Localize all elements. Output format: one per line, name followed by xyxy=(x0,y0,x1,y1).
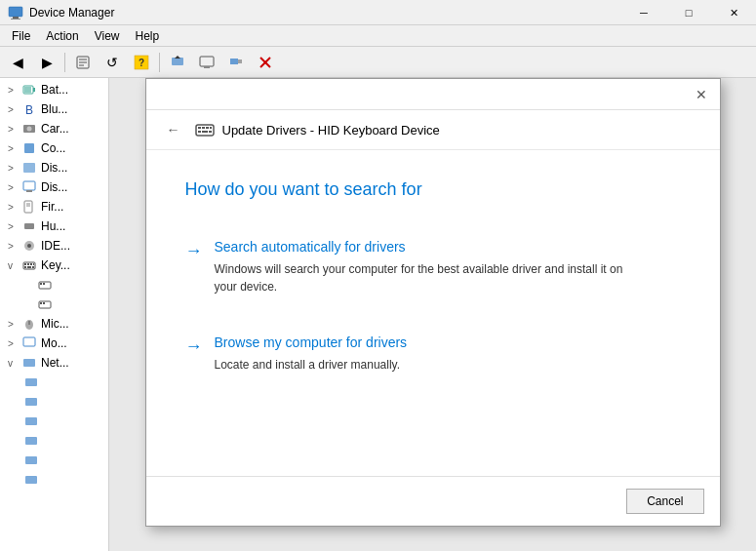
tree-item-network-sub4[interactable] xyxy=(0,431,108,451)
menu-view[interactable]: View xyxy=(87,27,128,45)
modal-close-button[interactable]: ✕ xyxy=(691,84,712,105)
svg-marker-10 xyxy=(175,56,180,59)
update-driver-button[interactable] xyxy=(164,50,191,75)
svg-point-33 xyxy=(27,244,31,248)
svg-rect-64 xyxy=(202,131,208,133)
tree-item-disk[interactable]: > Dis... xyxy=(0,158,108,177)
refresh-button[interactable]: ↺ xyxy=(99,50,126,75)
keyboard-icon xyxy=(21,257,37,273)
svg-rect-52 xyxy=(25,378,37,386)
svg-rect-40 xyxy=(27,266,31,268)
browse-computer-option[interactable]: → Browse my computer for drivers Locate … xyxy=(185,335,681,374)
expand-icon: v xyxy=(8,358,20,369)
arrow-icon-2: → xyxy=(185,336,203,357)
menu-bar: File Action View Help xyxy=(0,25,756,47)
network-sub2-icon xyxy=(23,394,39,410)
svg-rect-59 xyxy=(198,127,201,129)
help-button[interactable]: ? xyxy=(128,50,155,75)
tree-item-camera[interactable]: > Car... xyxy=(0,119,108,138)
svg-text:?: ? xyxy=(139,58,144,68)
tree-item-keyboard-sub1[interactable] xyxy=(0,275,108,295)
svg-rect-11 xyxy=(200,57,214,66)
maximize-button[interactable]: □ xyxy=(666,0,711,25)
tree-item-monitors[interactable]: > Mo... xyxy=(0,334,108,353)
minimize-button[interactable]: ─ xyxy=(621,0,666,25)
tree-label: Bat... xyxy=(41,83,68,97)
back-button[interactable]: ← xyxy=(162,118,185,141)
svg-rect-12 xyxy=(204,66,210,68)
cancel-button[interactable]: Cancel xyxy=(626,489,703,514)
toolbar: ◀ ▶ ↺ ? xyxy=(0,47,756,78)
close-button[interactable]: ✕ xyxy=(711,0,756,25)
tree-item-ide[interactable]: > IDE... xyxy=(0,236,108,256)
tree-item-keyboard-sub2[interactable] xyxy=(0,295,108,314)
svg-rect-56 xyxy=(25,456,37,464)
tree-item-display[interactable]: > Dis... xyxy=(0,177,108,197)
tree-item-network-sub2[interactable] xyxy=(0,392,108,412)
tree-item-network-sub3[interactable] xyxy=(0,412,108,431)
tree-label: IDE... xyxy=(41,239,70,253)
update-drivers-dialog: ✕ ← xyxy=(145,78,721,527)
tree-item-firmware[interactable]: > Fir... xyxy=(0,197,108,216)
search-automatically-option[interactable]: → Search automatically for drivers Windo… xyxy=(185,239,681,295)
menu-file[interactable]: File xyxy=(4,27,38,45)
delete-button[interactable] xyxy=(252,50,279,75)
tree-item-network-sub6[interactable] xyxy=(0,470,108,490)
svg-rect-58 xyxy=(196,125,214,136)
option-2-text: Browse my computer for drivers Locate an… xyxy=(215,335,408,374)
ide-icon xyxy=(21,238,37,254)
tree-item-keyboard[interactable]: v Key... xyxy=(0,256,108,275)
tree-item-network-sub5[interactable] xyxy=(0,451,108,470)
option-2-description: Locate and install a driver manually. xyxy=(215,356,408,374)
svg-rect-1 xyxy=(13,17,19,19)
properties-button[interactable] xyxy=(69,50,97,75)
back-button[interactable]: ◀ xyxy=(4,50,31,75)
toolbar-separator-2 xyxy=(159,53,160,72)
svg-rect-28 xyxy=(24,201,32,213)
expand-icon: v xyxy=(8,260,20,271)
svg-rect-0 xyxy=(9,7,22,17)
hid-icon xyxy=(21,218,37,234)
network-sub5-icon xyxy=(23,453,39,468)
modal-content: How do you want to search for → Search a… xyxy=(146,150,720,476)
monitor-button[interactable] xyxy=(193,50,220,75)
tree-item-battery[interactable]: > Bat... xyxy=(0,80,108,99)
svg-rect-57 xyxy=(25,476,37,484)
right-panel: ✕ ← xyxy=(109,78,756,551)
svg-rect-36 xyxy=(27,263,29,265)
svg-rect-39 xyxy=(24,266,26,268)
option-2-title[interactable]: Browse my computer for drivers xyxy=(215,335,408,350)
menu-help[interactable]: Help xyxy=(128,27,168,45)
tree-item-network-sub1[interactable] xyxy=(0,373,108,392)
tree-item-controller[interactable]: > Co... xyxy=(0,138,108,158)
svg-rect-61 xyxy=(206,127,209,129)
svg-rect-25 xyxy=(23,163,35,173)
svg-rect-55 xyxy=(25,437,37,445)
tree-item-bluetooth[interactable]: > B Blu... xyxy=(0,99,108,119)
expand-icon: > xyxy=(8,202,20,213)
svg-rect-26 xyxy=(23,181,35,190)
tree-item-mice[interactable]: > Mic... xyxy=(0,314,108,334)
svg-rect-31 xyxy=(24,223,34,229)
expand-icon: > xyxy=(8,143,20,154)
svg-rect-46 xyxy=(40,302,42,304)
tree-label: Dis... xyxy=(41,180,67,194)
device-manager-icon-button[interactable] xyxy=(222,50,250,75)
forward-button[interactable]: ▶ xyxy=(33,50,60,75)
network-sub4-icon xyxy=(23,433,39,449)
menu-action[interactable]: Action xyxy=(38,27,86,45)
option-1-title[interactable]: Search automatically for drivers xyxy=(215,239,623,255)
expand-icon: > xyxy=(8,221,20,232)
tree-label: Fir... xyxy=(41,200,63,214)
expand-icon: > xyxy=(8,124,20,135)
modal-footer: Cancel xyxy=(146,476,720,526)
tree-label: Blu... xyxy=(41,102,67,116)
modal-overlay: ✕ ← xyxy=(109,78,756,551)
tree-item-network[interactable]: v Net... xyxy=(0,353,108,373)
tree-item-hid[interactable]: > Hu... xyxy=(0,216,108,236)
keyboard-sub2-icon xyxy=(37,296,53,312)
svg-rect-47 xyxy=(43,302,45,304)
network-icon xyxy=(21,355,37,371)
arrow-icon-1: → xyxy=(185,241,203,261)
title-bar: Device Manager ─ □ ✕ xyxy=(0,0,756,25)
